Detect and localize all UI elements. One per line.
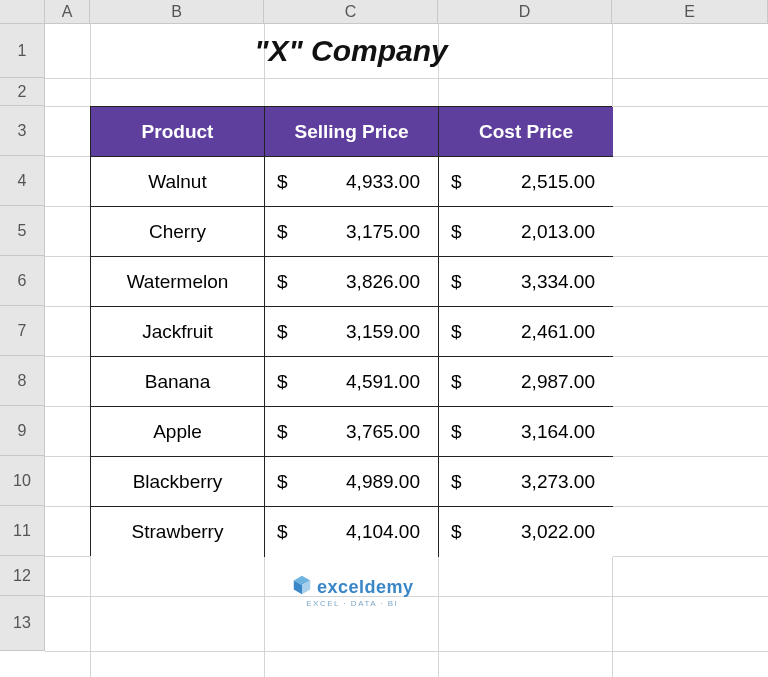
- watermark-logo: exceldemy EXCEL · DATA · BI: [291, 574, 414, 608]
- table-cell-selling[interactable]: $4,104.00: [265, 507, 439, 557]
- table-cell-selling[interactable]: $3,175.00: [265, 207, 439, 257]
- table-cell-product[interactable]: Walnut: [91, 157, 265, 207]
- table-header: Product: [91, 107, 265, 157]
- column-header[interactable]: B: [90, 0, 264, 24]
- table-cell-cost[interactable]: $3,022.00: [439, 507, 613, 557]
- row-header[interactable]: 9: [0, 406, 45, 456]
- page-title: "X" Company: [90, 24, 612, 78]
- row-header[interactable]: 11: [0, 506, 45, 556]
- row-header[interactable]: 3: [0, 106, 45, 156]
- grid-area: "X" Company ProductSelling PriceCost Pri…: [45, 24, 768, 677]
- table-cell-product[interactable]: Apple: [91, 407, 265, 457]
- row-header[interactable]: 7: [0, 306, 45, 356]
- table-header: Selling Price: [265, 107, 439, 157]
- table-cell-selling[interactable]: $3,159.00: [265, 307, 439, 357]
- table-cell-product[interactable]: Watermelon: [91, 257, 265, 307]
- cube-icon: [291, 574, 313, 601]
- table-cell-cost[interactable]: $3,273.00: [439, 457, 613, 507]
- row-header[interactable]: 6: [0, 256, 45, 306]
- column-header[interactable]: D: [438, 0, 612, 24]
- table-cell-selling[interactable]: $4,933.00: [265, 157, 439, 207]
- table-cell-cost[interactable]: $3,334.00: [439, 257, 613, 307]
- table-cell-cost[interactable]: $3,164.00: [439, 407, 613, 457]
- row-header[interactable]: 2: [0, 78, 45, 106]
- row-header[interactable]: 1: [0, 24, 45, 78]
- table-cell-cost[interactable]: $2,987.00: [439, 357, 613, 407]
- table-cell-selling[interactable]: $4,591.00: [265, 357, 439, 407]
- data-table: ProductSelling PriceCost PriceWalnut$4,9…: [90, 106, 612, 556]
- row-header[interactable]: 5: [0, 206, 45, 256]
- row-header[interactable]: 13: [0, 596, 45, 651]
- table-cell-selling[interactable]: $4,989.00: [265, 457, 439, 507]
- table-cell-cost[interactable]: $2,013.00: [439, 207, 613, 257]
- spreadsheet: ABCDE 12345678910111213 "X" Company Prod…: [0, 0, 768, 677]
- column-header[interactable]: E: [612, 0, 768, 24]
- logo-text: exceldemy: [317, 577, 414, 598]
- row-header[interactable]: 8: [0, 356, 45, 406]
- table-cell-cost[interactable]: $2,515.00: [439, 157, 613, 207]
- row-header[interactable]: 10: [0, 456, 45, 506]
- table-cell-selling[interactable]: $3,826.00: [265, 257, 439, 307]
- table-cell-cost[interactable]: $2,461.00: [439, 307, 613, 357]
- table-cell-product[interactable]: Banana: [91, 357, 265, 407]
- table-cell-product[interactable]: Jackfruit: [91, 307, 265, 357]
- row-header[interactable]: 12: [0, 556, 45, 596]
- table-cell-selling[interactable]: $3,765.00: [265, 407, 439, 457]
- logo-tagline: EXCEL · DATA · BI: [306, 599, 398, 608]
- table-cell-product[interactable]: Cherry: [91, 207, 265, 257]
- column-header[interactable]: A: [45, 0, 90, 24]
- table-cell-product[interactable]: Strawberry: [91, 507, 265, 557]
- table-cell-product[interactable]: Blackberry: [91, 457, 265, 507]
- row-header[interactable]: 4: [0, 156, 45, 206]
- select-all-corner[interactable]: [0, 0, 45, 24]
- column-header[interactable]: C: [264, 0, 438, 24]
- table-header: Cost Price: [439, 107, 613, 157]
